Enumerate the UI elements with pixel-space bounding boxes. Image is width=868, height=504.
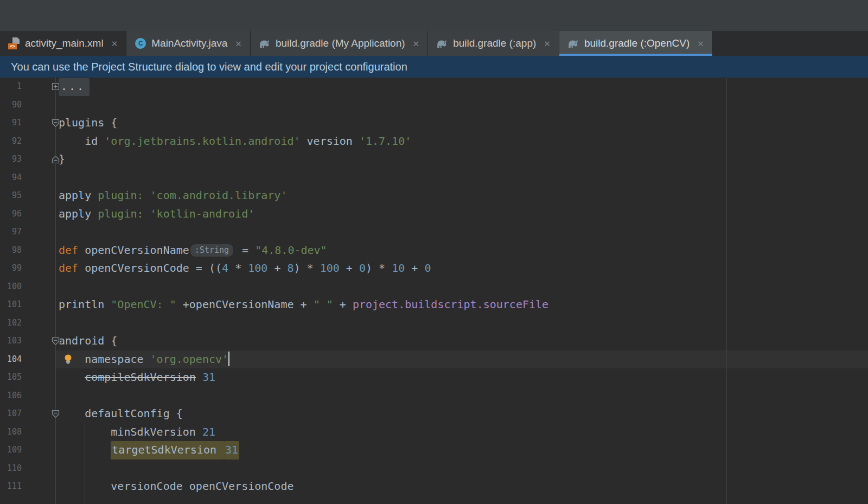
gradle-icon: [436, 37, 448, 49]
code-text[interactable]: [55, 278, 868, 296]
code-line: 111 versionCode openCVersionCode: [0, 477, 868, 496]
line-number: 97: [0, 223, 22, 241]
code-text[interactable]: compileSdkVersion 31: [55, 368, 868, 387]
line-number: 105: [0, 368, 22, 387]
tab-label: activity_main.xml: [25, 37, 104, 49]
gutter: 105: [0, 368, 55, 387]
code-token: 'com.android.library': [150, 189, 288, 202]
fold-open-top-icon[interactable]: [52, 410, 60, 418]
gutter: 94: [0, 169, 55, 187]
gutter: 95: [0, 187, 55, 205]
code-text[interactable]: [55, 96, 868, 114]
code-token: versionCode openCVersionCode: [59, 480, 293, 493]
code-token: id: [59, 135, 104, 148]
code-token: +: [333, 298, 353, 311]
text-cursor: [228, 352, 229, 366]
tab-label: build.gradle (:OpenCV): [584, 37, 690, 49]
code-line: 1...: [0, 78, 868, 96]
code-token: defaultConfig {: [59, 407, 183, 420]
fold-open-top-icon[interactable]: [52, 337, 60, 346]
line-number: 106: [0, 387, 22, 405]
code-text[interactable]: ...: [55, 78, 868, 96]
code-line: 100: [0, 278, 868, 296]
code-text[interactable]: [55, 460, 868, 478]
code-text[interactable]: apply plugin: 'com.android.library': [55, 187, 868, 205]
code-text[interactable]: }: [55, 150, 868, 169]
editor-rows: 1...9091plugins {92 id 'org.jetbrains.ko…: [0, 78, 868, 496]
gutter: 103: [0, 332, 55, 350]
code-text[interactable]: [55, 314, 868, 333]
gutter: 90: [0, 96, 55, 114]
line-number: 94: [0, 169, 22, 187]
gutter: 107: [0, 405, 55, 423]
tab-label: build.gradle (My Application): [276, 37, 405, 49]
tab-build-gradle-opencv[interactable]: build.gradle (:OpenCV)✕: [559, 31, 713, 56]
code-text[interactable]: defaultConfig {: [55, 405, 868, 423]
code-text[interactable]: targetSdkVersion 31: [55, 441, 868, 460]
tab-activity-main-xml[interactable]: <>activity_main.xml✕: [0, 31, 126, 56]
fold-expand-icon[interactable]: [52, 82, 60, 91]
code-token: 21: [202, 425, 215, 438]
tab-bar: <>activity_main.xml✕CMainActivity.java✕b…: [0, 31, 868, 56]
code-token: ...: [59, 78, 90, 96]
line-number: 1: [0, 78, 22, 96]
code-text[interactable]: apply plugin: 'kotlin-android': [55, 205, 868, 224]
line-number: 90: [0, 96, 22, 114]
code-token: *: [228, 261, 248, 275]
close-tab-icon[interactable]: ✕: [111, 40, 118, 48]
code-line: 103android {: [0, 332, 868, 350]
code-text[interactable]: def openCVersionCode = ((4 * 100 + 8) * …: [55, 259, 868, 278]
fold-open-top-icon[interactable]: [52, 119, 60, 127]
code-text[interactable]: plugins {: [55, 114, 868, 132]
banner-text: You can use the Project Structure dialog…: [11, 61, 407, 73]
line-number: 108: [0, 423, 22, 442]
close-tab-icon[interactable]: ✕: [235, 40, 242, 48]
line-number: 95: [0, 187, 22, 205]
code-line: 102: [0, 314, 868, 333]
line-number: 104: [0, 350, 22, 369]
code-token: 100: [320, 261, 340, 275]
code-line: 109 targetSdkVersion 31: [0, 441, 868, 460]
code-text[interactable]: [55, 169, 868, 187]
code-text[interactable]: id 'org.jetbrains.kotlin.android' versio…: [55, 132, 868, 151]
code-token: plugins {: [59, 116, 117, 129]
code-text[interactable]: def openCVersionName:String = "4.8.0-dev…: [55, 241, 868, 260]
code-token: 0: [424, 261, 431, 275]
close-tab-icon[interactable]: ✕: [697, 40, 704, 48]
code-token: 0: [359, 261, 366, 275]
code-text[interactable]: namespace 'org.opencv': [55, 350, 868, 369]
line-number: 107: [0, 405, 22, 423]
code-text[interactable]: android {: [55, 332, 868, 350]
code-line: 92 id 'org.jetbrains.kotlin.android' ver…: [0, 132, 868, 151]
close-tab-icon[interactable]: ✕: [544, 40, 551, 48]
tab-mainactivity-java[interactable]: CMainActivity.java✕: [126, 31, 251, 56]
tab-build-gradle-my-application[interactable]: build.gradle (My Application)✕: [251, 31, 428, 56]
code-token: 100: [248, 261, 267, 275]
line-number: 100: [0, 278, 22, 296]
code-text[interactable]: println "OpenCV: " +openCVersionName + "…: [55, 296, 868, 314]
gutter: 100: [0, 278, 55, 296]
gutter: 101: [0, 296, 55, 314]
code-text[interactable]: [55, 387, 868, 405]
close-tab-icon[interactable]: ✕: [413, 40, 420, 48]
gutter: 106: [0, 387, 55, 405]
code-editor[interactable]: 1...9091plugins {92 id 'org.jetbrains.ko…: [0, 78, 868, 504]
code-token: "4.8.0-dev": [255, 244, 327, 257]
tab-build-gradle-app[interactable]: build.gradle (:app)✕: [428, 31, 559, 56]
intention-bulb-icon[interactable]: [63, 354, 73, 365]
fold-open-bottom-icon[interactable]: [52, 155, 60, 164]
code-token: +: [340, 261, 359, 275]
code-token: plugin:: [98, 207, 150, 220]
code-text[interactable]: [55, 223, 868, 241]
active-tab-underline: [559, 54, 712, 56]
line-number: 111: [0, 477, 22, 496]
gradle-icon: [567, 37, 579, 49]
code-line: 101println "OpenCV: " +openCVersionName …: [0, 296, 868, 314]
tab-label: build.gradle (:app): [453, 37, 536, 49]
code-token: 31: [202, 371, 215, 384]
code-text[interactable]: minSdkVersion 21: [55, 423, 868, 442]
code-text[interactable]: versionCode openCVersionCode: [55, 477, 868, 496]
code-token: targetSdkVersion: [111, 441, 224, 460]
code-line: 97: [0, 223, 868, 241]
code-line: 105 compileSdkVersion 31: [0, 368, 868, 387]
